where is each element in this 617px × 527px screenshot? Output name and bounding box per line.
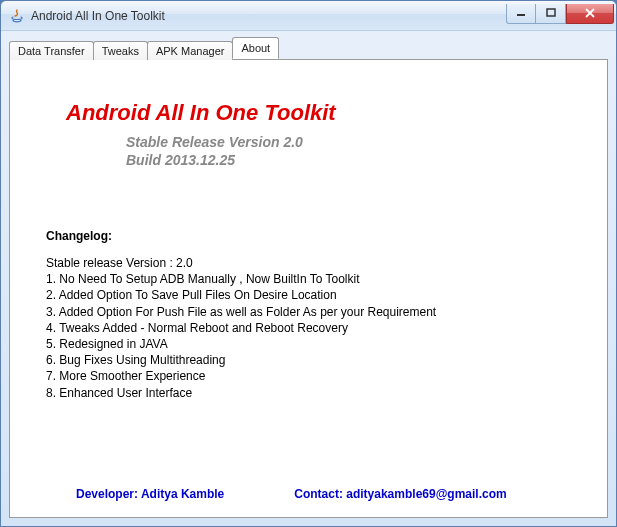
footer-row: Developer: Aditya Kamble Contact: aditya… xyxy=(46,487,571,507)
tab-tweaks[interactable]: Tweaks xyxy=(93,41,148,60)
build-line: Build 2013.12.25 xyxy=(126,152,571,170)
maximize-button[interactable] xyxy=(536,4,566,24)
window-controls xyxy=(506,4,614,24)
tab-apk-manager[interactable]: APK Manager xyxy=(147,41,233,60)
window-title: Android All In One Toolkit xyxy=(31,9,506,23)
titlebar[interactable]: Android All In One Toolkit xyxy=(1,1,616,31)
close-button[interactable] xyxy=(566,4,614,24)
app-title: Android All In One Toolkit xyxy=(66,100,571,126)
tab-data-transfer[interactable]: Data Transfer xyxy=(9,41,94,60)
minimize-button[interactable] xyxy=(506,4,536,24)
content-area: Data Transfer Tweaks APK Manager About A… xyxy=(1,31,616,526)
about-panel: Android All In One Toolkit Stable Releas… xyxy=(9,59,608,518)
changelog-body: Stable release Version : 2.0 1. No Need … xyxy=(46,255,571,401)
contact-label: Contact: adityakamble69@gmail.com xyxy=(294,487,506,501)
svg-rect-1 xyxy=(547,9,555,16)
version-line: Stable Release Version 2.0 xyxy=(126,134,571,152)
tab-strip: Data Transfer Tweaks APK Manager About xyxy=(9,37,608,59)
app-window: Android All In One Toolkit Data Transfer… xyxy=(0,0,617,527)
changelog-heading: Changelog: xyxy=(46,229,571,243)
developer-label: Developer: Aditya Kamble xyxy=(76,487,224,501)
version-block: Stable Release Version 2.0 Build 2013.12… xyxy=(126,134,571,169)
tab-about[interactable]: About xyxy=(232,37,279,59)
java-icon xyxy=(9,8,25,24)
